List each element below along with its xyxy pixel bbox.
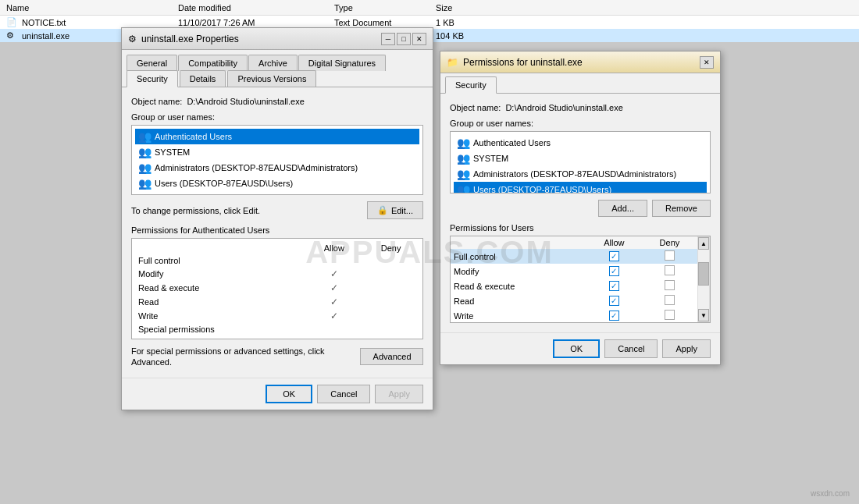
perm-check-write-allow[interactable] (586, 308, 642, 322)
perm-name-write: Write (135, 309, 305, 323)
perm-check-readexec-deny[interactable] (642, 279, 697, 293)
perm-allow-read: ✓ (305, 295, 362, 309)
list-item-admins[interactable]: 👥 Administrators (DESKTOP-87EAUSD\Admini… (135, 160, 419, 176)
scroll-thumb[interactable] (698, 262, 709, 286)
perm-check-modify-allow[interactable] (586, 264, 642, 279)
remove-button[interactable]: Remove (652, 200, 711, 217)
tab-general[interactable]: General (127, 55, 177, 71)
perm-user-icon-0: 👥 (457, 137, 470, 149)
perm-object-name-value: D:\Android Studio\uninstall.exe (505, 103, 622, 112)
list-item-users[interactable]: 👥 Users (DESKTOP-87EAUSD\Users) (135, 176, 419, 191)
cancel-button-perm[interactable]: Cancel (604, 339, 658, 358)
perm-row-read-exec-p: Read & execute (451, 279, 697, 293)
notice-size: 1 KB (436, 18, 498, 27)
perm-row-read: Read ✓ (135, 295, 419, 309)
perm-allow-header: Allow (586, 236, 642, 249)
tab-digital-signatures[interactable]: Digital Signatures (298, 55, 386, 71)
file-list-header: Name Date modified Type Size (0, 0, 859, 16)
edit-button[interactable]: 🔒 Edit... (367, 201, 423, 219)
maximize-button[interactable]: □ (397, 33, 411, 45)
tab-row-1: General Compatibility Archive Digital Si… (122, 50, 433, 71)
perm-check-read-deny[interactable] (642, 293, 697, 308)
permissions-label: Permissions for Authenticated Users (131, 225, 423, 235)
perm-tab-security[interactable]: Security (445, 76, 497, 94)
list-item-system[interactable]: 👥 SYSTEM (135, 144, 419, 160)
perm-list-auth-users[interactable]: 👥 Authenticated Users (454, 135, 707, 151)
perm-name-full-ctrl: Full control (451, 249, 586, 264)
properties-security-content: Object name: D:\Android Studio\uninstall… (122, 87, 433, 378)
properties-dialog: ⚙ uninstall.exe Properties ─ □ ✕ General… (121, 27, 433, 410)
notice-date: 11/10/2017 7:26 AM (178, 18, 334, 27)
exe-icon: ⚙ (6, 30, 19, 41)
permissions-title: 📁 Permissions for uninstall.exe (447, 57, 583, 68)
cancel-button-props[interactable]: Cancel (317, 385, 370, 403)
checkbox-write-allow[interactable] (609, 311, 619, 321)
perm-row-special: Special permissions (135, 323, 419, 335)
perm-group-users-label: Group or user names: (450, 119, 711, 128)
perm-name-write-p: Write (451, 308, 586, 322)
minimize-button[interactable]: ─ (381, 33, 395, 45)
perm-check-modify-deny[interactable] (642, 264, 697, 279)
ok-button-props[interactable]: OK (266, 385, 312, 403)
permissions-dialog: 📁 Permissions for uninstall.exe ✕ Securi… (440, 51, 721, 365)
perm-users-list[interactable]: 👥 Authenticated Users 👥 SYSTEM 👥 Adminis… (450, 131, 711, 193)
user-icon-1: 👥 (138, 146, 151, 158)
properties-exe-icon: ⚙ (128, 34, 137, 44)
notice-filename: NOTICE.txt (22, 18, 178, 27)
edit-icon: 🔒 (377, 205, 388, 215)
checkbox-read-deny[interactable] (665, 295, 675, 305)
scroll-down[interactable]: ▼ (698, 309, 709, 321)
change-perms-row: To change permissions, click Edit. 🔒 Edi… (131, 201, 423, 219)
checkbox-full-deny[interactable] (665, 250, 675, 261)
perm-check-full-deny[interactable] (642, 249, 697, 264)
tab-security[interactable]: Security (127, 70, 178, 87)
perm-list-users[interactable]: 👥 Users (DESKTOP-87EAUSD\Users) (454, 182, 707, 193)
advanced-button[interactable]: Advanced (360, 348, 423, 365)
checkbox-modify-deny[interactable] (665, 265, 675, 275)
perm-list-system[interactable]: 👥 SYSTEM (454, 151, 707, 166)
perm-check-full-allow[interactable] (586, 249, 642, 264)
tab-previous-versions[interactable]: Previous Versions (227, 70, 316, 87)
permissions-list: Allow Deny Full control Modify ✓ (131, 238, 423, 339)
perm-tab-row: Security (440, 73, 720, 93)
tab-row-2: Security Details Previous Versions (122, 70, 433, 87)
users-list[interactable]: 👥 Authenticated Users 👥 SYSTEM 👥 Adminis… (131, 125, 423, 195)
checkbox-readexec-deny[interactable] (665, 280, 675, 290)
advanced-text: For special permissions or advanced sett… (131, 346, 360, 368)
perm-scrollbar[interactable]: ▲ ▼ (697, 236, 710, 322)
permissions-security-content: Object name: D:\Android Studio\uninstall… (440, 93, 720, 332)
exe-size: 104 KB (436, 31, 498, 41)
perm-check-readexec-allow[interactable] (586, 279, 642, 293)
perm-check-write-deny[interactable] (642, 308, 697, 322)
add-button[interactable]: Add... (598, 200, 647, 217)
checkbox-read-allow[interactable] (609, 296, 619, 306)
perm-user-icon-3: 👥 (457, 183, 470, 193)
perm-check-read-allow[interactable] (586, 293, 642, 308)
checkbox-write-deny[interactable] (665, 310, 675, 320)
user-icon-3: 👥 (138, 177, 151, 190)
perm-name-special: Special permissions (135, 323, 305, 335)
user-icon-2: 👥 (138, 161, 151, 174)
scroll-up[interactable]: ▲ (698, 237, 709, 250)
perm-allow-read-exec: ✓ (305, 281, 362, 295)
tab-compatibility[interactable]: Compatibility (178, 55, 248, 71)
perm-permissions-container: Allow Deny Full control (450, 236, 711, 323)
apply-button-perm[interactable]: Apply (662, 339, 711, 358)
apply-button-props[interactable]: Apply (375, 385, 423, 403)
close-button[interactable]: ✕ (412, 33, 426, 45)
checkbox-readexec-allow[interactable] (609, 281, 619, 291)
list-item-auth-users[interactable]: 👥 Authenticated Users (135, 129, 419, 144)
add-remove-row: Add... Remove (450, 200, 711, 217)
allow-header: Allow (305, 242, 362, 254)
perm-row-read-p: Read (451, 293, 697, 308)
ok-button-perm[interactable]: OK (553, 339, 600, 358)
checkbox-full-allow[interactable] (609, 251, 619, 261)
perm-permissions-list: Allow Deny Full control (451, 236, 697, 322)
perm-list-admins[interactable]: 👥 Administrators (DESKTOP-87EAUSD\Admini… (454, 166, 707, 182)
checkbox-modify-allow[interactable] (609, 266, 619, 276)
advanced-row: For special permissions or advanced sett… (131, 346, 423, 368)
perm-close-button[interactable]: ✕ (700, 56, 714, 69)
properties-bottom-buttons: OK Cancel Apply (122, 378, 433, 410)
tab-archive[interactable]: Archive (248, 55, 298, 71)
tab-details[interactable]: Details (180, 70, 226, 87)
